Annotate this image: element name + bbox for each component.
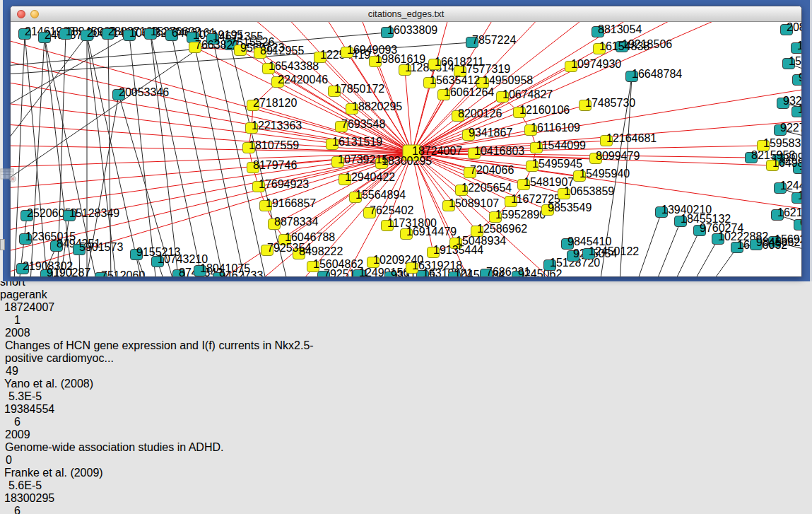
cell-pagerank[interactable]: 5.6E-5 [0,479,71,492]
cell-name[interactable]: 19384554 [0,403,62,416]
graph-node-label: 12940422 [345,171,395,183]
cell-out_degree[interactable]: 49 [0,365,58,378]
graph-node-label: 17850172 [334,83,384,95]
graph-node-label: 8179746 [253,159,297,171]
citation-edge-black[interactable] [674,230,700,276]
graph-node-label: 15635412 [430,74,480,86]
graph-node-label: 12160106 [519,104,570,116]
graph-node-label: 15564894 [355,189,406,201]
table-row[interactable]: 1938455462009Genome-wide association stu… [0,403,812,492]
cell-title[interactable]: Changes of HCN gene expression and I(f) … [0,339,346,365]
zoom-window-icon[interactable] [44,10,52,18]
graph-node-label: 7693548 [341,118,385,130]
network-view-window: citations_edges.txt 21461963240557141894… [10,6,802,277]
graph-node-label: 18831544 [797,40,801,52]
graph-node-label: 8813054 [598,23,642,35]
graph-node-label: 10416803 [474,145,524,157]
cell-title[interactable]: Genome-wide association studies in ADHD. [0,441,346,454]
citation-edge-black[interactable] [637,212,661,276]
graph-node-label: 8912955 [260,45,304,57]
citation-edge-black[interactable] [11,39,213,181]
cell-in_degree[interactable]: 6 [0,505,68,514]
column-header-pagerank[interactable]: pagerank [0,288,71,301]
graph-node-label: 7512060 [101,269,145,276]
graph-node-label: 2718120 [253,97,297,109]
graph-node-label: 7663822 [195,39,239,51]
graph-node-label: 15958365 [763,137,801,149]
citation-edge-black[interactable] [108,34,111,276]
cell-in_degree[interactable]: 1 [0,314,68,327]
window-titlebar[interactable]: citations_edges.txt [11,6,801,22]
graph-node-label: 8878334 [274,216,318,228]
citation-edge-red[interactable] [405,70,412,153]
left-splitter-grip[interactable] [0,239,5,250]
cell-year[interactable]: 2009 [0,428,52,441]
graph-node-label: 20876812 [787,22,801,33]
citation-edge-black[interactable] [656,221,681,276]
graph-node-label: 20053346 [119,86,169,98]
close-window-icon[interactable] [17,10,25,18]
graph-node-label: 15128349 [69,207,119,219]
window-controls [17,10,52,18]
graph-node-label: 12274134 [798,103,801,115]
graph-node-label: 7925354 [267,242,311,254]
citation-edge-red[interactable] [412,153,751,158]
citation-edge-black[interactable] [151,34,203,276]
graph-node-label: 17810153 [798,189,801,201]
table-row[interactable]: 1872400712008Changes of HCN gene express… [0,301,812,403]
cell-year[interactable]: 2008 [0,327,52,339]
graph-node-label: 22420046 [278,74,328,86]
graph-node-label: 19135444 [433,244,483,256]
graph-node-label: 15952890 [495,209,546,221]
graph-node-label: 12213363 [252,119,302,132]
graph-node-label: 14950958 [483,74,533,86]
cell-name[interactable]: 18724007 [0,301,62,314]
citation-edge-black[interactable] [213,39,266,276]
graph-node-label: 9845062 [756,236,800,248]
graph-node-label: 10974930 [571,58,621,70]
graph-node-label: 9341867 [469,127,512,139]
graph-node-label: 15495945 [532,158,582,170]
network-desktop: citations_edges.txt 21461963240557141894… [0,0,812,281]
cell-short[interactable]: Franke et al. (2009) [0,467,110,479]
cell-pagerank[interactable]: 5.3E-5 [0,390,71,403]
graph-node-label: 18300295 [382,155,432,167]
cell-name[interactable]: 18300295 [0,492,62,505]
cell-out_degree[interactable]: 0 [0,454,58,467]
graph-node-label: 16154838 [599,40,649,52]
graph-node-label: 12164681 [606,132,657,144]
graph-node-label: 16648784 [632,68,682,80]
graph-node-label: 7625402 [370,204,413,216]
graph-node-label: 7204066 [470,164,514,176]
cell-in_degree[interactable]: 6 [0,416,68,428]
graph-node-label: 9190287 [47,267,90,276]
graph-node-label: 5901573 [79,241,123,253]
minimize-window-icon[interactable] [30,10,39,18]
graph-node-label: 16061264 [444,86,494,98]
graph-node-label: 7857224 [472,34,516,46]
graph-node-label: 16033809 [387,24,437,36]
graph-node-label: 9853549 [548,201,592,214]
citation-edge-black[interactable] [129,35,156,276]
graph-node-label: 15751074 [789,55,801,67]
graph-node-label: 17694923 [259,178,309,190]
graph-node-label: 10674827 [502,88,553,100]
citation-edge-black[interactable] [172,35,224,276]
graph-node-label: 11544099 [536,139,586,151]
cell-short[interactable]: Yano et al. (2008) [0,378,110,390]
graph-node-label: 18820295 [352,100,402,112]
table-body: 1872400712008Changes of HCN gene express… [0,301,812,514]
graph-node-label: 10739215 [338,153,388,165]
graph-node-label: 12450122 [589,245,639,257]
graph-node-label: 16210643 [777,206,801,218]
citation-edge-black[interactable] [151,34,179,276]
network-canvas[interactable]: 2146196324055714189459622069140628837163… [11,22,801,279]
window-title: citations_edges.txt [11,6,801,21]
graph-node-label: 15604862 [313,258,363,270]
graph-node-label: 15495940 [579,168,630,180]
graph-node-label: 10653859 [564,185,614,197]
graph-node-label: 6774332 [800,216,801,228]
table-row[interactable]: 1830029562008Estimation of significance … [0,492,812,514]
graph-node-label: 16914479 [406,226,457,238]
graph-node-label: 16543388 [269,60,319,72]
